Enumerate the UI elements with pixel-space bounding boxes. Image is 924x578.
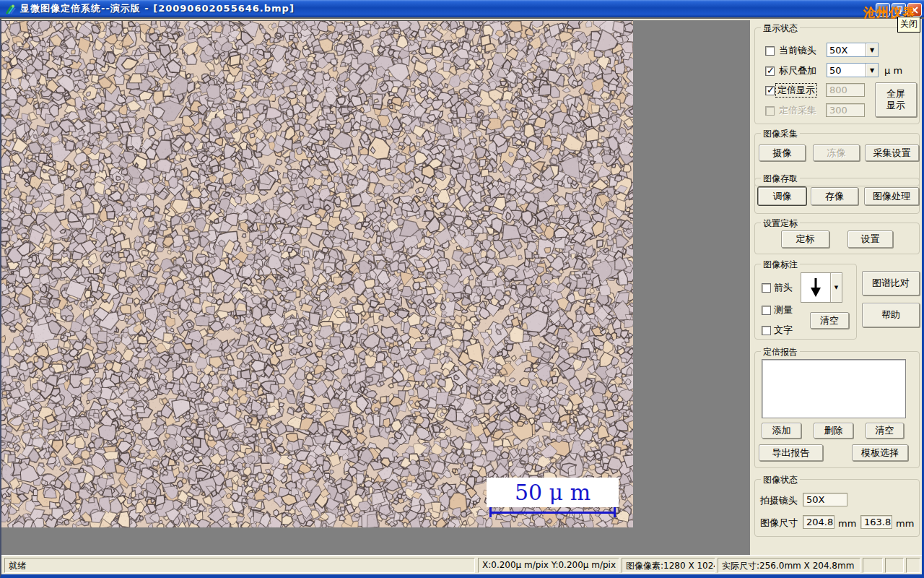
groupbox-storage-title: 图像存取	[761, 173, 800, 185]
atlas-compare-button[interactable]: 图谱比对	[862, 271, 920, 296]
groupbox-calibration: 设置定标	[754, 223, 920, 254]
groupbox-report-title: 定倍报告	[761, 346, 800, 358]
unit-height-mm: mm	[896, 518, 914, 529]
close-tooltip: 关闭	[897, 17, 920, 33]
arrow-down-icon	[801, 273, 830, 302]
freeze-button: 冻像	[813, 144, 860, 161]
app-window: 显微图像定倍系统--演示版 - [20090602055646.bmp] 沧州仪…	[0, 0, 924, 578]
status-actual-size: 实际尺寸:256.0mm X 204.8mm	[718, 558, 860, 573]
report-export-button[interactable]: 导出报告	[759, 444, 823, 461]
fullscreen-button[interactable]: 全屏 显示	[875, 82, 917, 117]
annotation-clear-button[interactable]: 清空	[810, 312, 849, 329]
report-add-button[interactable]: 添加	[762, 423, 801, 439]
status-ready: 就绪	[4, 558, 475, 573]
capture-settings-button[interactable]: 采集设置	[865, 144, 919, 161]
arrow-style-combo[interactable]: ▼	[801, 272, 842, 303]
save-image-button[interactable]: 存像	[811, 187, 858, 205]
field-image-height: 163.8	[860, 515, 892, 529]
checkbox-scale-overlay[interactable]	[765, 66, 775, 76]
groupbox-annotation-title: 图像标注	[761, 259, 800, 271]
chevron-down-icon[interactable]: ▼	[830, 273, 842, 302]
groupbox-display-status-title: 显示状态	[761, 22, 800, 35]
report-listbox[interactable]	[762, 359, 906, 418]
label-text: 文字	[774, 324, 793, 337]
scale-bar-line	[489, 512, 616, 514]
scale-bar-tick-left	[489, 507, 492, 517]
groupbox-calibration-title: 设置定标	[761, 217, 800, 230]
image-process-button[interactable]: 图像处理	[864, 187, 919, 205]
shoot-button[interactable]: 摄像	[759, 144, 806, 161]
unit-width-mm: mm	[838, 518, 856, 529]
checkbox-arrow[interactable]	[762, 283, 771, 293]
unit-scale-overlay: μ m	[884, 65, 902, 76]
checkbox-measure[interactable]	[762, 306, 771, 315]
combo-scale-overlay[interactable]: 50 ▼	[827, 63, 879, 77]
report-template-button[interactable]: 模板选择	[852, 444, 908, 461]
load-image-button[interactable]: 调像	[758, 187, 806, 205]
control-panel: 显示状态 当前镜头 50X ▼ 标尺叠加 50 ▼ μ m 定倍显示 800 全…	[750, 20, 922, 555]
status-empty-2	[885, 558, 904, 573]
label-scale-overlay: 标尺叠加	[779, 64, 816, 77]
field-fixed-capture: 300	[826, 103, 865, 117]
combo-current-lens[interactable]: 50X ▼	[827, 43, 879, 57]
help-button[interactable]: 帮助	[862, 303, 920, 327]
calibration-settings-button[interactable]: 设置	[847, 230, 893, 248]
chevron-down-icon[interactable]: ▼	[866, 43, 878, 56]
checkbox-fixed-capture	[765, 106, 775, 116]
status-empty-3	[906, 558, 920, 573]
statusbar: 就绪 X:0.200μ m/pix Y:0.200μ m/pix 图像像素:12…	[1, 555, 922, 574]
client-area: 50 μ m 显示状态 当前镜头 50X ▼ 标尺叠加 50 ▼ μ	[1, 20, 922, 555]
scale-bar-label: 50 μ m	[487, 478, 619, 507]
window-title: 显微图像定倍系统--演示版 - [20090602055646.bmp]	[20, 0, 295, 17]
status-scale: X:0.200μ m/pix Y:0.200μ m/pix	[478, 558, 619, 573]
titlebar: 显微图像定倍系统--演示版 - [20090602055646.bmp] 沧州仪…	[0, 0, 924, 19]
label-current-lens: 当前镜头	[779, 44, 816, 57]
status-empty-1	[863, 558, 883, 573]
chevron-down-icon[interactable]: ▼	[866, 64, 878, 77]
report-clear-button[interactable]: 清空	[866, 423, 904, 439]
checkbox-fixed-display[interactable]	[765, 86, 775, 95]
label-shoot-lens: 拍摄镜头	[760, 494, 798, 507]
groupbox-capture-title: 图像采集	[761, 128, 800, 140]
label-fixed-display: 定倍显示	[776, 84, 816, 97]
status-pixels: 图像像素:1280 X 1024	[622, 558, 715, 573]
calibrate-button[interactable]: 定标	[781, 230, 829, 248]
field-fixed-display: 800	[826, 83, 865, 97]
micrograph-view[interactable]: 50 μ m	[1, 20, 633, 527]
scale-bar-tick-right	[614, 507, 616, 517]
groupbox-image-status-title: 图像状态	[761, 474, 800, 486]
app-icon	[5, 4, 17, 15]
field-image-width: 204.8	[803, 515, 834, 529]
label-arrow: 箭头	[774, 281, 793, 294]
label-measure: 测量	[774, 303, 793, 316]
micrograph-image[interactable]	[1, 21, 633, 527]
report-delete-button[interactable]: 删除	[814, 423, 853, 439]
label-image-size: 图像尺寸	[760, 517, 798, 530]
checkbox-current-lens[interactable]	[765, 46, 775, 56]
field-shoot-lens: 50X	[803, 493, 847, 506]
label-fixed-capture: 定倍采集	[779, 104, 816, 117]
checkbox-text[interactable]	[762, 326, 771, 335]
